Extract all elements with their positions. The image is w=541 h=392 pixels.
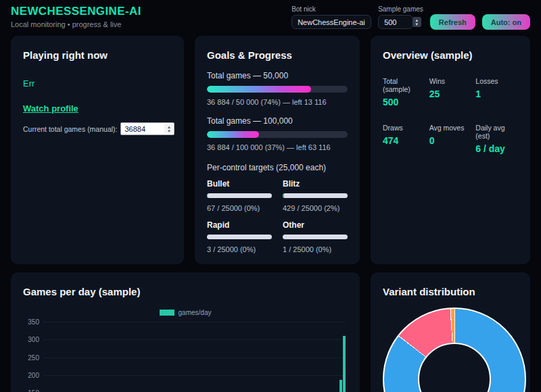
per-control-item-other: Other 1 / 25000 (0%) xyxy=(283,220,348,253)
bar-chart-title: Games per day (sample) xyxy=(23,286,348,297)
sample-games-field: Sample games ▲▼ xyxy=(378,5,423,29)
goals-heading: Goals & Progress xyxy=(207,49,348,61)
stat-draws: Draws 474 xyxy=(383,124,425,154)
per-control-item-rapid: Rapid 3 / 25000 (0%) xyxy=(207,220,272,253)
control-caption: 429 / 25000 (2%) xyxy=(283,204,348,212)
legend-label: games/day xyxy=(179,309,212,316)
progress-fill xyxy=(207,131,259,138)
legend-swatch-icon xyxy=(160,310,174,316)
stat-daily-avg: Daily avg (est) 6 / day xyxy=(475,124,518,154)
progress-track xyxy=(207,86,348,93)
stat-label: Total (sample) xyxy=(383,77,425,93)
mini-progress-track xyxy=(207,193,272,198)
stat-value: 474 xyxy=(383,135,425,146)
mini-progress-track xyxy=(207,235,272,239)
stat-losses: Losses 1 xyxy=(475,77,518,107)
stat-wins: Wins 25 xyxy=(429,77,472,107)
variant-distribution-card: Variant distribution xyxy=(371,272,530,392)
stat-avg-moves: Avg moves 0 xyxy=(429,124,472,154)
control-caption: 1 / 25000 (0%) xyxy=(283,245,348,253)
header-controls: Bot nick Sample games ▲▼ Refresh Auto: o… xyxy=(291,5,530,30)
stepper-arrows-icon[interactable]: ▲▼ xyxy=(164,124,173,134)
bars-container xyxy=(43,322,346,392)
stat-total-sample: Total (sample) 500 xyxy=(383,77,425,107)
bot-nick-field: Bot nick xyxy=(291,5,371,29)
goal-caption: 36 884 / 100 000 (37%) — left 63 116 xyxy=(207,143,348,151)
bot-nick-label: Bot nick xyxy=(291,5,371,13)
stat-value: 500 xyxy=(383,97,425,107)
app-subtitle: Local monitoring • progress & live xyxy=(11,20,141,28)
per-control-item-blitz: Blitz 429 / 25000 (2%) xyxy=(283,179,348,212)
live-status-text: Err xyxy=(23,78,172,89)
donut-chart xyxy=(383,308,526,392)
y-axis-tick-label: 350 xyxy=(23,318,39,326)
bar xyxy=(339,380,342,392)
donut-chart-title: Variant distribution xyxy=(383,286,518,297)
y-axis-tick-label: 200 xyxy=(23,371,39,378)
bar xyxy=(343,336,346,392)
playing-now-card: Playing right now Err Watch profile Curr… xyxy=(11,36,184,264)
per-control-grid: Bullet 67 / 25000 (0%) Blitz 429 / 25000… xyxy=(207,179,348,253)
y-axis-tick-label: 300 xyxy=(23,336,39,343)
stat-value: 1 xyxy=(475,89,518,99)
header: NEWCHESSENGINE-AI Local monitoring • pro… xyxy=(0,0,541,34)
bot-nick-input[interactable] xyxy=(291,15,371,29)
sample-games-label: Sample games xyxy=(378,5,423,13)
progress-track xyxy=(207,131,348,138)
sample-games-input[interactable] xyxy=(378,15,413,29)
dashboard-page: NEWCHESSENGINE-AI Local monitoring • pro… xyxy=(0,0,541,392)
manual-total-row: Current total games (manual): ▲▼ xyxy=(23,122,172,135)
playing-now-heading: Playing right now xyxy=(23,49,172,61)
control-caption: 67 / 25000 (0%) xyxy=(207,204,272,212)
goal-label: Total games — 100,000 xyxy=(207,116,348,126)
mini-progress-track xyxy=(283,193,348,198)
stat-value: 6 / day xyxy=(475,143,518,154)
overview-card: Overview (sample) Total (sample) 500 Win… xyxy=(371,36,530,264)
bar-slot xyxy=(342,322,346,392)
y-axis-tick-label: 150 xyxy=(23,389,39,392)
stat-label: Avg moves xyxy=(429,124,472,132)
bottom-cards-row: Games per day (sample) games/day 0501001… xyxy=(11,272,530,392)
stat-value: 0 xyxy=(429,135,472,146)
per-control-heading: Per-control targets (25,000 each) xyxy=(207,163,348,172)
games-per-day-card: Games per day (sample) games/day 0501001… xyxy=(11,272,360,392)
auto-toggle-button[interactable]: Auto: on xyxy=(482,14,530,30)
mini-progress-fill xyxy=(283,193,284,198)
bar-chart-legend[interactable]: games/day xyxy=(23,309,348,316)
stat-label: Wins xyxy=(429,77,472,85)
progress-fill xyxy=(207,86,311,93)
per-control-item-bullet: Bullet 67 / 25000 (0%) xyxy=(207,179,272,212)
goals-progress-card: Goals & Progress Total games — 50,000 36… xyxy=(195,36,360,264)
stepper-arrows-icon[interactable]: ▲▼ xyxy=(413,17,421,27)
mini-progress-track xyxy=(283,235,348,239)
stat-label: Daily avg (est) xyxy=(475,124,518,140)
overview-heading: Overview (sample) xyxy=(383,49,518,61)
stat-label: Draws xyxy=(383,124,425,132)
stat-value: 25 xyxy=(429,89,472,99)
manual-total-label: Current total games (manual): xyxy=(23,125,117,133)
top-cards-row: Playing right now Err Watch profile Curr… xyxy=(11,36,530,264)
refresh-button[interactable]: Refresh xyxy=(430,14,475,30)
watch-profile-link[interactable]: Watch profile xyxy=(23,103,78,114)
header-brand: NEWCHESSENGINE-AI Local monitoring • pro… xyxy=(11,5,141,28)
app-title: NEWCHESSENGINE-AI xyxy=(11,5,141,18)
goal-label: Total games — 50,000 xyxy=(207,71,348,80)
stat-label: Losses xyxy=(475,77,518,85)
control-name: Other xyxy=(283,220,348,230)
bar-chart-plot: 0501001502002503003502-012-042-072-102-1… xyxy=(43,322,346,392)
control-name: Bullet xyxy=(207,179,272,189)
control-name: Rapid xyxy=(207,220,272,230)
control-caption: 3 / 25000 (0%) xyxy=(207,245,272,253)
y-axis-tick-label: 250 xyxy=(23,353,39,361)
goal-caption: 36 884 / 50 000 (74%) — left 13 116 xyxy=(207,98,348,106)
control-name: Blitz xyxy=(283,179,348,189)
overview-stats-grid: Total (sample) 500 Wins 25 Losses 1 Draw… xyxy=(383,77,518,154)
